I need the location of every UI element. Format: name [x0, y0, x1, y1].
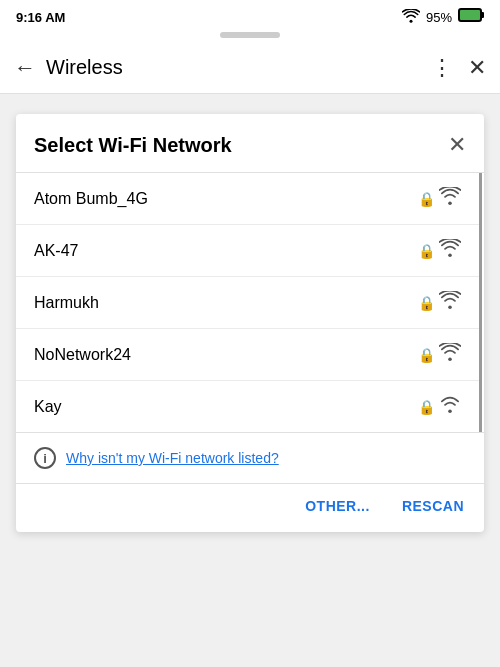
rescan-button[interactable]: RESCAN	[396, 494, 470, 518]
help-section: i Why isn't my Wi-Fi network listed?	[16, 432, 484, 483]
wifi-signal-icon	[439, 343, 461, 366]
more-options-button[interactable]: ⋮	[431, 55, 454, 81]
dialog-close-button[interactable]: ✕	[448, 132, 466, 158]
list-item[interactable]: NoNetwork24 🔒	[16, 329, 479, 381]
wifi-signal-icon	[439, 291, 461, 314]
lock-icon: 🔒	[418, 295, 435, 311]
battery-icon	[458, 8, 484, 26]
dialog-actions: OTHER... RESCAN	[16, 483, 484, 532]
wifi-signal-icon	[439, 239, 461, 262]
network-name: Kay	[34, 398, 418, 416]
wifi-status-icon	[402, 9, 420, 26]
network-name: Harmukh	[34, 294, 418, 312]
nav-actions: ⋮ ✕	[431, 55, 486, 81]
wifi-signal-icon	[439, 395, 461, 418]
help-link[interactable]: Why isn't my Wi-Fi network listed?	[66, 450, 279, 466]
network-icons: 🔒	[418, 395, 461, 418]
list-item[interactable]: AK-47 🔒	[16, 225, 479, 277]
wifi-signal-icon	[439, 187, 461, 210]
status-bar: 9:16 AM 95%	[0, 0, 500, 32]
list-item[interactable]: Kay 🔒	[16, 381, 479, 432]
dialog-title: Select Wi-Fi Network	[34, 134, 232, 157]
svg-rect-1	[481, 12, 484, 18]
list-item[interactable]: Harmukh 🔒	[16, 277, 479, 329]
network-name: AK-47	[34, 242, 418, 260]
svg-rect-0	[459, 9, 481, 21]
notch	[220, 32, 280, 38]
network-list: Atom Bumb_4G 🔒	[16, 173, 484, 432]
lock-icon: 🔒	[418, 243, 435, 259]
network-name: NoNetwork24	[34, 346, 418, 364]
nav-bar: ← Wireless ⋮ ✕	[0, 42, 500, 94]
network-icons: 🔒	[418, 239, 461, 262]
lock-icon: 🔒	[418, 347, 435, 363]
network-icons: 🔒	[418, 291, 461, 314]
nav-close-button[interactable]: ✕	[468, 55, 486, 81]
network-list-inner: Atom Bumb_4G 🔒	[16, 173, 482, 432]
status-icons: 95%	[402, 8, 484, 26]
lock-icon: 🔒	[418, 399, 435, 415]
other-button[interactable]: OTHER...	[299, 494, 376, 518]
status-time: 9:16 AM	[16, 10, 65, 25]
dialog-header: Select Wi-Fi Network ✕	[16, 114, 484, 173]
back-button[interactable]: ←	[14, 55, 36, 81]
page-title: Wireless	[46, 56, 431, 79]
battery-percent: 95%	[426, 10, 452, 25]
notch-bar	[0, 32, 500, 42]
lock-icon: 🔒	[418, 191, 435, 207]
network-name: Atom Bumb_4G	[34, 190, 418, 208]
main-content: Select Wi-Fi Network ✕ Atom Bumb_4G 🔒	[0, 94, 500, 667]
list-item[interactable]: Atom Bumb_4G 🔒	[16, 173, 479, 225]
wifi-network-dialog: Select Wi-Fi Network ✕ Atom Bumb_4G 🔒	[16, 114, 484, 532]
network-icons: 🔒	[418, 187, 461, 210]
network-icons: 🔒	[418, 343, 461, 366]
info-icon: i	[34, 447, 56, 469]
